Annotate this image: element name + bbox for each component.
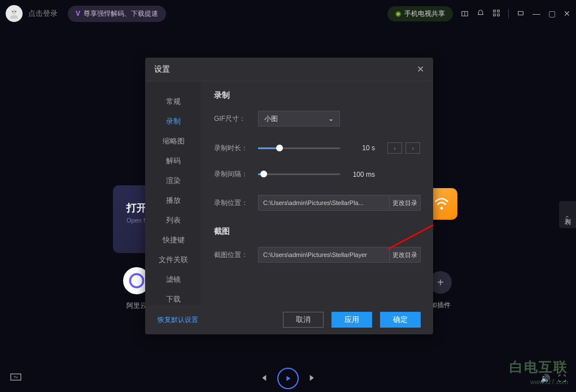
svg-text:TV: TV <box>14 376 18 379</box>
sidebar-item-list[interactable]: 列表 <box>145 210 202 230</box>
mobile-share-button[interactable]: ◉ 手机电视共享 <box>387 6 453 21</box>
playlist-tab[interactable]: 列表‹ <box>559 201 576 228</box>
play-button[interactable] <box>277 368 299 389</box>
maximize-icon[interactable]: ▢ <box>548 9 556 18</box>
next-icon[interactable] <box>309 374 317 384</box>
tv-icon[interactable]: TV <box>10 373 21 384</box>
record-section-title: 录制 <box>214 90 421 101</box>
sidebar-item-record[interactable]: 录制 <box>145 111 202 131</box>
apply-button[interactable]: 应用 <box>331 312 372 328</box>
svg-point-10 <box>440 207 443 210</box>
bell-icon[interactable] <box>477 9 485 19</box>
close-icon[interactable]: ✕ <box>564 9 570 18</box>
sidebar-item-thumbnail[interactable]: 缩略图 <box>145 131 202 151</box>
settings-sidebar: 常规 录制 缩略图 解码 渲染 播放 列表 快捷键 文件关联 滤镜 下载 <box>145 81 202 305</box>
svg-rect-8 <box>498 14 500 16</box>
prev-icon[interactable] <box>259 374 267 384</box>
sidebar-item-decode[interactable]: 解码 <box>145 151 202 171</box>
vip-icon: V <box>76 10 80 18</box>
minimize-icon[interactable]: — <box>533 9 540 18</box>
user-avatar-icon <box>8 7 20 20</box>
sidebar-item-render[interactable]: 渲染 <box>145 171 202 190</box>
modal-close-button[interactable]: ✕ <box>417 64 424 75</box>
ok-button[interactable]: 确定 <box>380 312 421 328</box>
screenshot-section-title: 截图 <box>214 227 421 237</box>
modal-footer: 恢复默认设置 取消 应用 确定 <box>145 305 433 334</box>
titlebar: 点击登录 V 尊享强悍解码、下载提速 ◉ 手机电视共享 — ▢ ✕ <box>0 0 576 27</box>
sidebar-item-hotkey[interactable]: 快捷键 <box>145 230 202 250</box>
screenshot-path-input[interactable]: C:\Users\admin\Pictures\StellarPlayer <box>258 247 390 263</box>
feature-label: 阿里云 <box>126 301 147 311</box>
promo-text: 尊享强悍解码、下载提速 <box>84 9 158 19</box>
modal-header: 设置 ✕ <box>145 58 433 81</box>
avatar[interactable] <box>6 5 23 22</box>
svg-rect-7 <box>494 14 496 16</box>
volume-icon[interactable]: 🔊 <box>540 374 550 383</box>
interval-slider[interactable] <box>258 173 340 175</box>
duration-value: 10 s <box>347 144 375 152</box>
play-icon <box>284 374 292 382</box>
bottombar: TV 🔊 ⛶ <box>0 365 576 392</box>
chevron-down-icon: ⌄ <box>328 115 334 123</box>
screenshot-path-label: 截图位置： <box>214 250 258 260</box>
cancel-button[interactable]: 取消 <box>283 312 324 328</box>
settings-modal: 设置 ✕ 常规 录制 缩略图 解码 渲染 播放 列表 快捷键 文件关联 滤镜 下… <box>145 58 433 334</box>
grid-icon[interactable] <box>492 9 500 19</box>
svg-rect-6 <box>498 10 500 12</box>
svg-point-11 <box>130 274 143 287</box>
modal-title: 设置 <box>154 64 170 75</box>
svg-rect-9 <box>518 11 523 15</box>
record-path-input[interactable]: C:\Users\admin\Pictures\StellarPla... <box>258 195 390 211</box>
mobile-share-label: 手机电视共享 <box>404 9 445 19</box>
sidebar-item-assoc[interactable]: 文件关联 <box>145 250 202 269</box>
sidebar-item-filter[interactable]: 滤镜 <box>145 269 202 289</box>
record-change-dir-button[interactable]: 更改目录 <box>389 195 421 211</box>
sidebar-item-general[interactable]: 常规 <box>145 92 202 111</box>
gif-size-select[interactable]: 小图 ⌄ <box>258 111 340 127</box>
mini-icon[interactable] <box>517 9 525 19</box>
svg-point-1 <box>12 11 13 12</box>
settings-content: 录制 GIF尺寸： 小图 ⌄ 录制时长： 10 s ‹ <box>202 81 433 305</box>
gift-icon[interactable] <box>461 9 469 19</box>
aliyun-icon <box>129 273 145 289</box>
svg-point-0 <box>12 10 16 14</box>
svg-rect-5 <box>494 10 496 12</box>
duration-slider[interactable] <box>258 147 340 149</box>
duration-label: 录制时长： <box>214 143 258 153</box>
interval-label: 录制间隔： <box>214 169 258 179</box>
svg-point-2 <box>15 11 16 12</box>
duration-increase[interactable]: › <box>405 142 420 154</box>
android-icon: ◉ <box>395 10 401 18</box>
promo-pill[interactable]: V 尊享强悍解码、下载提速 <box>68 6 166 22</box>
login-link[interactable]: 点击登录 <box>28 8 58 19</box>
fullscreen-icon[interactable]: ⛶ <box>558 374 566 383</box>
reset-defaults-link[interactable]: 恢复默认设置 <box>158 315 198 325</box>
record-path-label: 录制位置： <box>214 198 258 208</box>
screenshot-change-dir-button[interactable]: 更改目录 <box>389 247 421 263</box>
add-plugin-label: 加插件 <box>430 300 451 310</box>
sidebar-item-download[interactable]: 下载 <box>145 289 202 305</box>
duration-decrease[interactable]: ‹ <box>387 142 402 154</box>
interval-value: 100 ms <box>347 171 375 178</box>
sidebar-item-playback[interactable]: 播放 <box>145 190 202 210</box>
gif-size-label: GIF尺寸： <box>214 114 258 124</box>
